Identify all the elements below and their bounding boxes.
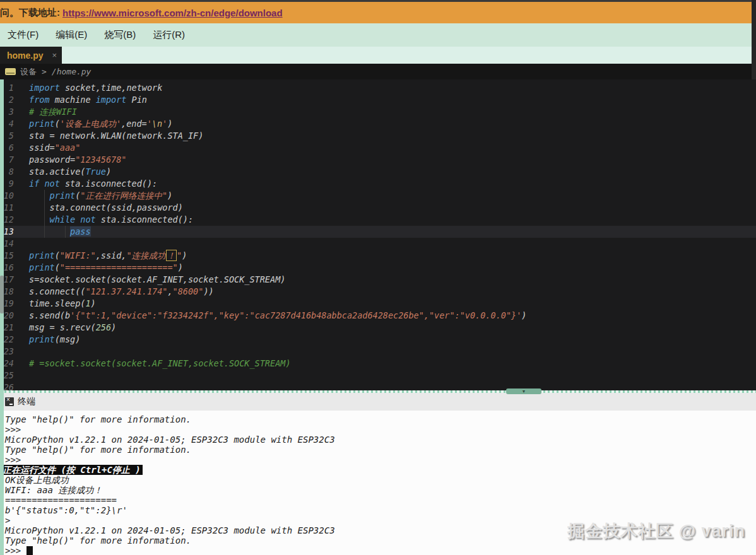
code-line[interactable]: 13 pass bbox=[0, 226, 756, 238]
code-text: import socket,time,network bbox=[29, 82, 756, 94]
terminal-cursor bbox=[27, 546, 33, 555]
code-text: pass bbox=[29, 226, 756, 238]
code-text: password="12345678" bbox=[29, 154, 756, 166]
line-number: 1 bbox=[0, 82, 29, 94]
code-line[interactable]: 10 print("正在进行网络连接中") bbox=[0, 190, 756, 202]
breadcrumb-device[interactable]: 设备 bbox=[20, 66, 37, 78]
code-line[interactable]: 18s.connect(("121.37.241.174","8600")) bbox=[0, 286, 756, 298]
device-icon bbox=[5, 68, 16, 75]
indent-guide bbox=[65, 226, 66, 238]
menu-item[interactable]: 烧写(B) bbox=[104, 29, 136, 41]
code-line[interactable]: 5sta = network.WLAN(network.STA_IF) bbox=[0, 130, 756, 142]
code-text: msg = s.recv(256) bbox=[29, 322, 756, 334]
code-line[interactable]: 16print("=====================") bbox=[0, 262, 756, 274]
terminal-line: Type "help()" for more information. bbox=[5, 445, 756, 455]
code-line[interactable]: 23 bbox=[0, 346, 756, 358]
terminal-line: ===================== bbox=[5, 495, 756, 505]
line-number: 10 bbox=[0, 190, 29, 202]
line-number: 14 bbox=[0, 238, 29, 250]
download-link[interactable]: https://www.microsoft.com/zh-cn/edge/dow… bbox=[62, 8, 283, 18]
line-number: 25 bbox=[0, 370, 29, 382]
code-text: # =socket.socket(socket.AF_INET,socket.S… bbox=[29, 358, 756, 370]
line-number: 5 bbox=[0, 130, 29, 142]
code-text: while not sta.isconnected(): bbox=[29, 214, 756, 226]
line-number: 3 bbox=[0, 106, 29, 118]
line-number: 12 bbox=[0, 214, 29, 226]
code-text bbox=[29, 370, 756, 382]
left-panel-strip[interactable] bbox=[0, 79, 4, 555]
line-number: 13 bbox=[0, 226, 29, 238]
code-line[interactable]: 2from machine import Pin bbox=[0, 94, 756, 106]
terminal-line: WIFI: aaa 连接成功！ bbox=[5, 485, 756, 495]
code-text: print("WIFI:",ssid,"连接成功！") bbox=[29, 250, 756, 262]
code-line[interactable]: 25 bbox=[0, 370, 756, 382]
code-text: time.sleep(1) bbox=[29, 298, 756, 310]
menu-item[interactable]: 编辑(E) bbox=[56, 29, 87, 41]
line-number: 8 bbox=[0, 166, 29, 178]
code-line[interactable]: 15print("WIFI:",ssid,"连接成功！") bbox=[0, 250, 756, 262]
code-line[interactable]: 12 while not sta.isconnected(): bbox=[0, 214, 756, 226]
code-text: from machine import Pin bbox=[29, 94, 756, 106]
tab-label: home.py bbox=[7, 50, 49, 61]
code-text: if not sta.isconnected(): bbox=[29, 178, 756, 190]
code-line[interactable]: 20s.send(b'{"t":1,"device":"f3234242f","… bbox=[0, 310, 756, 322]
line-number: 17 bbox=[0, 274, 29, 286]
breadcrumb: 设备 > /home.py bbox=[0, 64, 756, 79]
line-number: 11 bbox=[0, 202, 29, 214]
panel-toggle-handle[interactable] bbox=[0, 276, 4, 313]
code-lines[interactable]: 1import socket,time,network2from machine… bbox=[0, 82, 756, 390]
terminal-line: OK设备上电成功 bbox=[5, 475, 756, 485]
code-line[interactable]: 4print('设备上电成功',end='\n') bbox=[0, 118, 756, 130]
download-notice-banner: 问。下载地址: https://www.microsoft.com/zh-cn/… bbox=[0, 2, 756, 23]
breadcrumb-path[interactable]: /home.py bbox=[52, 67, 92, 76]
line-number: 7 bbox=[0, 154, 29, 166]
code-line[interactable]: 3# 连接WIFI bbox=[0, 106, 756, 118]
code-line[interactable]: 17s=socket.socket(socket.AF_INET,socket.… bbox=[0, 274, 756, 286]
code-text: sta.connect(ssid,password) bbox=[29, 202, 756, 214]
line-number: 19 bbox=[0, 298, 29, 310]
terminal-line: >>> bbox=[5, 455, 756, 465]
code-text: print(msg) bbox=[29, 334, 756, 346]
code-line[interactable]: 19time.sleep(1) bbox=[0, 298, 756, 310]
menu-item[interactable]: 运行(R) bbox=[153, 29, 185, 41]
code-line[interactable]: 21msg = s.recv(256) bbox=[0, 322, 756, 334]
terminal-line: Type "help()" for more information. bbox=[5, 414, 756, 424]
splitter-grip[interactable]: ▼ bbox=[506, 389, 541, 394]
code-line[interactable]: 9if not sta.isconnected(): bbox=[0, 178, 756, 190]
terminal-line: >>> bbox=[5, 424, 756, 435]
code-line[interactable]: 7password="12345678" bbox=[0, 154, 756, 166]
code-line[interactable]: 8sta.active(True) bbox=[0, 166, 756, 178]
terminal-title: 终端 bbox=[18, 396, 35, 407]
indent-guide bbox=[44, 190, 45, 238]
banner-text: 问。下载地址: bbox=[0, 7, 60, 19]
code-text: sta.active(True) bbox=[29, 166, 756, 178]
line-number: 2 bbox=[0, 94, 29, 106]
tab-close-icon[interactable]: × bbox=[52, 50, 57, 60]
line-number: 9 bbox=[0, 178, 29, 190]
watermark: 掘金技术社区 @ varin bbox=[567, 520, 745, 542]
terminal-icon bbox=[5, 397, 14, 406]
code-editor[interactable]: 1import socket,time,network2from machine… bbox=[0, 79, 756, 390]
code-line[interactable]: 6ssid="aaa" bbox=[0, 142, 756, 154]
terminal-line: b'{"status":0,"t":2}\r' bbox=[5, 505, 756, 515]
code-line[interactable]: 11 sta.connect(ssid,password) bbox=[0, 202, 756, 214]
code-text: sta = network.WLAN(network.STA_IF) bbox=[29, 130, 756, 142]
menu-item[interactable]: 文件(F) bbox=[8, 29, 38, 41]
code-line[interactable]: 14 bbox=[0, 238, 756, 250]
breadcrumb-separator: > bbox=[42, 67, 47, 76]
menu-bar: 文件(F)编辑(E)烧写(B)运行(R) bbox=[0, 23, 756, 47]
tab-home-py[interactable]: home.py × bbox=[0, 47, 62, 64]
line-number: 21 bbox=[0, 322, 29, 334]
code-text: print("正在进行网络连接中") bbox=[29, 190, 756, 202]
terminal-line: >>> bbox=[5, 546, 756, 555]
code-line[interactable]: 1import socket,time,network bbox=[0, 82, 756, 94]
code-line[interactable]: 24# =socket.socket(socket.AF_INET,socket… bbox=[0, 358, 756, 370]
line-number: 6 bbox=[0, 142, 29, 154]
line-number: 23 bbox=[0, 346, 29, 358]
code-line[interactable]: 26 bbox=[0, 382, 756, 390]
tab-strip: home.py × bbox=[0, 47, 756, 64]
code-text: print('设备上电成功',end='\n') bbox=[29, 118, 756, 130]
code-line[interactable]: 22print(msg) bbox=[0, 334, 756, 346]
line-number: 20 bbox=[0, 310, 29, 322]
right-scroll-edge[interactable] bbox=[752, 0, 756, 79]
